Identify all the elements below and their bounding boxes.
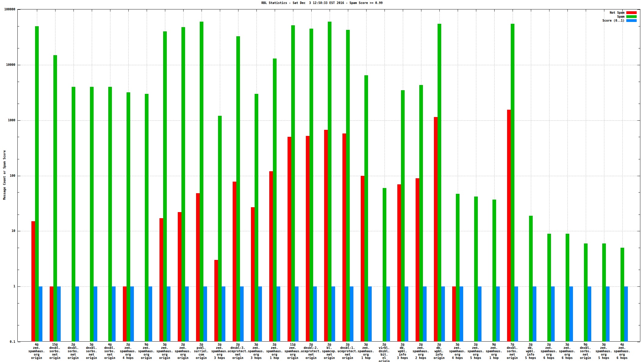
x-tick-label: 2@ bl. spamcop. net origin	[322, 343, 337, 360]
bar-score-0-1	[39, 286, 42, 342]
bar-spam	[438, 24, 441, 342]
axis-tick	[513, 9, 513, 12]
x-tick-label: 4@ zen. spamhaus. org 6 hops	[614, 343, 630, 360]
x-tick-label: 2@ zen. spamhaus. org 1 hop	[266, 343, 283, 360]
axis-tick	[18, 65, 20, 65]
axis-tick	[639, 303, 640, 303]
bar-score-0-1	[331, 286, 335, 342]
bar-not-spam	[233, 182, 236, 342]
bar-spam	[273, 59, 277, 342]
bar-spam	[584, 243, 588, 342]
bar-score-0-1	[533, 286, 536, 342]
legend-swatch-score	[626, 19, 637, 22]
x-tick-label: 4@ zen. spamhaus. org origin	[28, 343, 45, 360]
bar-not-spam	[416, 178, 419, 342]
axis-tick	[202, 9, 202, 12]
x-tick-label: 2@ dnsbl. sorbs. net origin	[68, 343, 79, 360]
x-tick-label: 7@ dnsbl. sorbs. net origin	[507, 343, 518, 360]
x-tick-label: 11@ zen. spamhaus. org origin	[284, 343, 301, 360]
y-tick-label: 10	[1, 229, 15, 232]
bar-not-spam	[342, 133, 346, 342]
bar-spam	[108, 87, 112, 342]
bar-score-0-1	[441, 286, 445, 342]
axis-tick	[494, 9, 495, 12]
x-tick-label: 2@ dnsbl-2. uceprotect. net origin	[301, 343, 321, 360]
axis-tick	[18, 120, 20, 121]
axis-tick	[549, 9, 549, 12]
bar-spam	[364, 75, 368, 342]
axis-tick	[385, 9, 385, 12]
axis-tick	[639, 137, 640, 137]
axis-tick	[639, 215, 640, 215]
axis-tick	[110, 9, 110, 12]
axis-tick	[18, 82, 19, 82]
axis-tick	[476, 9, 476, 12]
rbl-statistics-chart-page: { "chart_data": { "type": "bar", "title"…	[0, 0, 644, 362]
axis-tick	[348, 9, 348, 12]
axis-tick	[55, 9, 55, 12]
axis-tick	[18, 26, 19, 27]
bar-not-spam	[324, 130, 328, 342]
bar-score-0-1	[167, 286, 170, 342]
axis-tick	[183, 9, 184, 12]
axis-tick	[18, 286, 20, 287]
bar-score-0-1	[94, 286, 97, 342]
bar-score-0-1	[222, 286, 225, 342]
bar-spam	[529, 216, 533, 342]
x-tick-label: 3@ zen. spamhaus. org 6 hops	[559, 343, 575, 360]
bar-score-0-1	[75, 286, 79, 342]
x-tick-label: 15@ dnsbl. sorbs. net origin	[49, 343, 60, 360]
axis-tick	[18, 303, 19, 303]
bar-spam	[145, 94, 148, 342]
axis-tick	[567, 9, 568, 12]
bar-not-spam	[123, 286, 127, 342]
bar-not-spam	[397, 184, 401, 342]
bar-score-0-1	[606, 286, 610, 342]
bar-not-spam	[196, 193, 200, 342]
bar-score-0-1	[112, 286, 116, 342]
x-tick-label: 2@ dnsbl-1. uceprotect. net origin	[338, 343, 358, 360]
chart-title: RBL Statistics - Sat Dec 3 12:58:33 EST …	[0, 1, 644, 5]
axis-tick	[238, 9, 238, 12]
bar-spam	[236, 36, 240, 342]
bar-score-0-1	[460, 286, 463, 342]
axis-tick	[18, 159, 19, 159]
bar-score-0-1	[423, 286, 427, 342]
bar-not-spam	[50, 286, 53, 342]
bar-score-0-1	[405, 286, 408, 342]
axis-tick	[458, 9, 458, 12]
bar-score-0-1	[569, 286, 573, 342]
x-tick-label: 2@ zen. spamhaus. org 5 hops	[467, 343, 484, 360]
bar-spam	[163, 31, 167, 342]
bar-score-0-1	[478, 286, 481, 342]
axis-tick	[639, 325, 640, 325]
x-tick-label: 2@ zen. spamhaus. org 3 hops	[211, 343, 228, 360]
axis-tick	[18, 342, 20, 342]
axis-tick	[439, 9, 440, 12]
axis-tick	[639, 26, 640, 27]
axis-tick	[639, 159, 640, 159]
axis-tick	[18, 248, 19, 248]
axis-tick	[421, 9, 421, 12]
legend-label-spam: Spam	[617, 15, 624, 18]
axis-tick	[639, 270, 640, 270]
axis-tick	[18, 137, 19, 137]
axis-tick	[18, 231, 20, 231]
bar-score-0-1	[624, 286, 628, 342]
bar-score-0-1	[258, 286, 262, 342]
axis-tick	[403, 9, 403, 12]
bar-score-0-1	[240, 286, 244, 342]
legend-swatch-not-spam	[626, 11, 637, 14]
bar-spam	[35, 26, 39, 342]
x-tick-label: 2@ zen. spamhaus. org origin	[175, 343, 191, 360]
axis-tick	[637, 65, 640, 65]
x-tick-label: 2@ db. wpbl. info origin	[434, 343, 445, 360]
bar-spam	[492, 200, 496, 342]
axis-tick	[128, 9, 129, 12]
axis-tick	[18, 176, 20, 176]
bar-score-0-1	[368, 286, 372, 342]
axis-tick	[637, 342, 640, 342]
axis-tick	[311, 9, 312, 12]
bar-spam	[547, 234, 551, 342]
bar-spam	[474, 197, 478, 342]
